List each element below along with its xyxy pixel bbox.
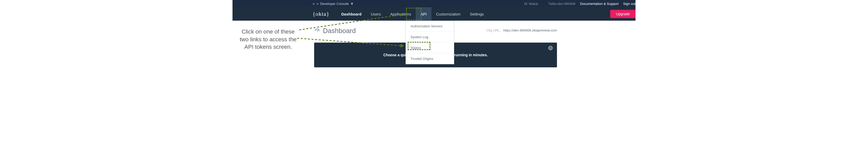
docs-link[interactable]: Documentation & Support (580, 2, 618, 6)
okta-logo[interactable]: {okta} (313, 10, 330, 17)
dropdown-trusted-origins[interactable]: Trusted Origins (406, 54, 454, 64)
dropdown-tokens[interactable]: Tokens (406, 42, 454, 54)
annotation-callout: Click on one of these two links to acces… (240, 28, 297, 51)
svg-point-5 (317, 30, 318, 31)
top-utility-bar: < > Developer Console ▼ M. Makai · Twili… (232, 0, 636, 7)
annotation-line3: API tokens screen. (240, 43, 297, 51)
console-switcher[interactable]: < > Developer Console ▼ (313, 2, 354, 6)
org-url-label: Org URL: (487, 28, 501, 32)
nav-items: Dashboard Users Applications API Customi… (337, 7, 489, 21)
current-user[interactable]: M. Makai (524, 2, 538, 6)
signout-link[interactable]: Sign out (623, 2, 636, 6)
dropdown-caret-icon: ▼ (350, 2, 354, 6)
separator-dot: · (542, 2, 544, 6)
dashboard-gauge-icon (314, 28, 320, 34)
code-icon: < > (313, 2, 318, 6)
api-dropdown: Authorization Servers System Log Tokens … (406, 21, 454, 64)
dropdown-auth-servers[interactable]: Authorization Servers (406, 21, 454, 32)
org-url: Org URL: https://dev-860408.oktapreview.… (487, 28, 557, 32)
org-url-value[interactable]: https://dev-860408.oktapreview.com (503, 28, 557, 32)
annotation-line2: two links to access the (240, 36, 297, 43)
nav-dashboard[interactable]: Dashboard (337, 7, 366, 21)
nav-settings[interactable]: Settings (465, 7, 489, 21)
nav-applications[interactable]: Applications (386, 7, 416, 21)
nav-users[interactable]: Users (366, 7, 385, 21)
close-icon[interactable]: ✕ (548, 46, 553, 50)
nav-api[interactable]: API (416, 7, 431, 21)
upgrade-button[interactable]: Upgrade (610, 10, 636, 18)
console-label: Developer Console (320, 2, 349, 6)
current-org[interactable]: Twilio-dev-860408 (548, 2, 576, 6)
page-title: Dashboard (323, 27, 356, 35)
nav-customization[interactable]: Customization (431, 7, 465, 21)
main-nav: {okta} Dashboard Users Applications API … (232, 7, 636, 21)
dropdown-system-log[interactable]: System Log (406, 32, 454, 42)
annotation-line1: Click on one of these (240, 28, 297, 36)
